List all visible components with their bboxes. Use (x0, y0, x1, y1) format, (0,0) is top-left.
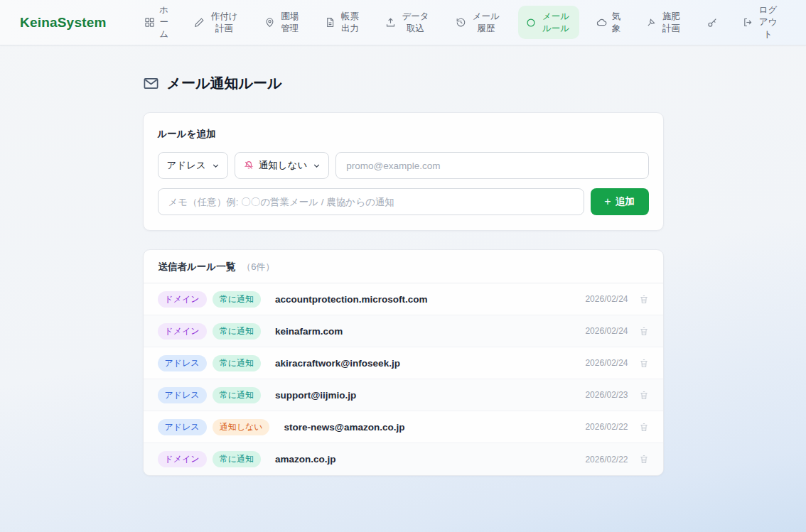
cloud-icon (596, 17, 607, 28)
rule-row: ドメイン 常に通知 amazon.co.jp 2026/02/22 (144, 443, 663, 475)
nav-item-fertilizer-plan[interactable]: 施肥計画 (638, 6, 689, 40)
rule-date: 2026/02/24 (585, 294, 628, 304)
nav-label: 気象 (611, 11, 621, 35)
rule-date: 2026/02/24 (585, 358, 628, 368)
rule-type-value: アドレス (167, 159, 206, 172)
nav-item-password-key[interactable] (699, 12, 726, 33)
key-icon (706, 17, 718, 28)
rule-action-badge: 常に通知 (213, 323, 261, 340)
rule-list-title: 送信者ルール一覧 (158, 261, 236, 273)
trash-icon (639, 294, 649, 305)
nav-label: ホーム (159, 4, 169, 40)
envelope-icon (143, 75, 159, 92)
rule-type-badge: ドメイン (158, 451, 207, 467)
trash-icon (639, 422, 649, 433)
add-rule-row-2: + 追加 (158, 188, 649, 215)
sender-rule-list-card: 送信者ルール一覧 （6件） ドメイン 常に通知 accountprotectio… (143, 249, 664, 476)
delete-rule-button[interactable] (639, 454, 649, 465)
bell-off-icon (244, 161, 254, 170)
rule-type-badge: ドメイン (158, 291, 207, 308)
map-pin-icon (264, 17, 275, 28)
circle-icon (526, 18, 536, 28)
delete-rule-button[interactable] (639, 358, 649, 369)
chevron-down-icon (312, 161, 321, 170)
delete-rule-button[interactable] (639, 422, 649, 433)
rule-address: amazon.co.jp (275, 454, 336, 465)
rule-date: 2026/02/22 (585, 455, 628, 465)
nav-label: 圃場管理 (279, 11, 300, 35)
add-rule-card: ルールを追加 アドレス 通知しない + (143, 112, 664, 231)
nav-item-field-management[interactable]: 圃場管理 (257, 6, 308, 40)
rule-type-badge: アドレス (158, 387, 207, 403)
add-rule-button[interactable]: + 追加 (591, 188, 649, 215)
nav-label: 帳票出力 (340, 11, 360, 35)
chevron-down-icon (211, 161, 220, 170)
nav-label: ログアウト (758, 4, 778, 40)
nav-item-weather[interactable]: 気象 (589, 6, 629, 40)
nav-item-logout[interactable]: ログアウト (735, 0, 786, 45)
delete-rule-button[interactable] (639, 294, 649, 305)
rule-row: アドレス 常に通知 support@iijmio.jp 2026/02/23 (144, 379, 663, 411)
rule-list-header: 送信者ルール一覧 （6件） (144, 250, 663, 283)
nav-label: 作付け計画 (209, 11, 240, 35)
trash-icon (639, 358, 649, 369)
rule-address: akiracraftwork@infoseek.jp (275, 358, 400, 369)
rule-row: アドレス 通知しない store-news@amazon.co.jp 2026/… (144, 411, 663, 443)
top-navbar: KeinaSystem ホーム 作付け計画 圃場管理 帳票出力 (0, 0, 806, 45)
rule-action-value: 通知しない (259, 159, 307, 172)
rule-list-count: （6件） (242, 261, 274, 273)
nav-item-mail-history[interactable]: メール履歴 (448, 6, 509, 40)
add-rule-title: ルールを追加 (158, 128, 649, 141)
rule-date: 2026/02/22 (585, 422, 628, 432)
rule-address: support@iijmio.jp (275, 390, 356, 401)
nav-label: データ取込 (400, 11, 431, 35)
rule-action-select[interactable]: 通知しない (235, 152, 329, 179)
upload-icon (385, 17, 396, 28)
nav-item-planting-plan[interactable]: 作付け計画 (186, 6, 247, 40)
nav-label: メールルール (540, 11, 571, 35)
history-icon (456, 17, 466, 28)
rule-action-badge: 通知しない (213, 419, 270, 435)
rule-row: ドメイン 常に通知 accountprotection.microsoft.co… (144, 283, 663, 315)
trash-icon (639, 326, 649, 337)
trash-icon (639, 454, 649, 465)
nav-label: メール履歴 (471, 11, 501, 35)
delete-rule-button[interactable] (639, 326, 649, 337)
add-rule-row-1: アドレス 通知しない (158, 152, 649, 179)
page-header: メール通知ルール (143, 74, 664, 93)
rule-type-badge: アドレス (158, 419, 207, 435)
rule-address: store-news@amazon.co.jp (284, 422, 404, 433)
home-icon (144, 17, 155, 28)
rule-action-badge: 常に通知 (213, 387, 261, 403)
rule-date: 2026/02/24 (585, 326, 628, 336)
trowel-icon (646, 17, 657, 28)
document-icon (325, 17, 335, 28)
rule-action-badge: 常に通知 (213, 291, 261, 308)
rule-type-badge: アドレス (158, 355, 207, 371)
page-title: メール通知ルール (167, 74, 282, 93)
nav-item-data-import[interactable]: データ取込 (377, 6, 439, 40)
main-nav: ホーム 作付け計画 圃場管理 帳票出力 データ取込 (136, 0, 786, 45)
logout-icon (743, 17, 753, 28)
plus-icon: + (604, 196, 611, 207)
nav-item-report-output[interactable]: 帳票出力 (317, 6, 368, 40)
delete-rule-button[interactable] (639, 390, 649, 401)
rule-type-select[interactable]: アドレス (158, 152, 228, 179)
rule-date: 2026/02/23 (585, 390, 628, 400)
app-logo[interactable]: KeinaSystem (20, 15, 107, 31)
nav-label: 施肥計画 (661, 11, 682, 35)
trash-icon (639, 390, 649, 401)
memo-input[interactable] (158, 188, 584, 215)
main-content: メール通知ルール ルールを追加 アドレス 通知しない (143, 45, 664, 476)
rule-action-badge: 常に通知 (213, 355, 261, 371)
rule-address: accountprotection.microsoft.com (275, 294, 428, 305)
nav-item-home[interactable]: ホーム (136, 0, 177, 45)
rule-address: keinafarm.com (275, 326, 343, 337)
nav-item-mail-rules[interactable]: メールルール (518, 6, 579, 40)
add-button-label: 追加 (616, 195, 635, 208)
rule-row: ドメイン 常に通知 keinafarm.com 2026/02/24 (144, 315, 663, 347)
address-input[interactable] (335, 152, 648, 179)
rule-row: アドレス 常に通知 akiracraftwork@infoseek.jp 202… (144, 347, 663, 379)
rule-type-badge: ドメイン (158, 323, 207, 340)
rule-action-badge: 常に通知 (213, 451, 261, 467)
